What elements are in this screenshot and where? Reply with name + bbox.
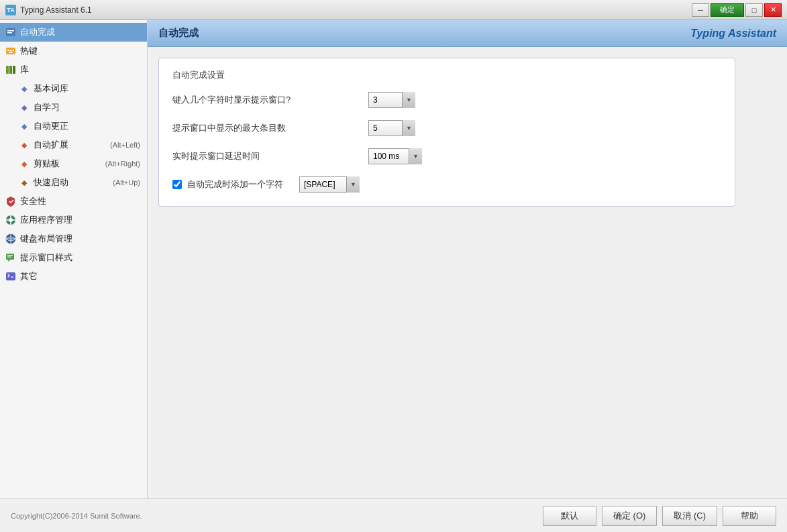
quick-icon: ◆ (19, 177, 30, 188)
basic-icon: ◆ (19, 83, 30, 94)
content-panel: 自动完成 Typing Assistant 自动完成设置 键入几个字符时显示提示… (148, 20, 787, 498)
sidebar-item-expand[interactable]: ◆ 自动扩展 (Alt+Left) (0, 136, 147, 154)
setting-row-maxitems: 提示窗口中显示的最大条目数 34567 ▼ (172, 120, 721, 136)
svg-rect-10 (13, 66, 15, 74)
delay-control: 0 ms50 ms100 ms200 ms ▼ (368, 148, 422, 164)
sidebar-item-hotkey[interactable]: 热键 (0, 42, 147, 60)
sidebar-item-popup[interactable]: 提示窗口样式 (0, 248, 147, 267)
svg-rect-22 (7, 255, 13, 256)
sidebar-item-learn[interactable]: ◆ 自学习 (0, 98, 147, 117)
quick-hotkey: (Alt+Up) (113, 178, 140, 187)
sidebar-item-other[interactable]: 其它 (0, 267, 147, 286)
chars-dropdown-wrapper[interactable]: 12345 ▼ (368, 92, 415, 108)
panel-title: 自动完成 (158, 27, 199, 40)
sidebar-label-correct: 自动更正 (34, 120, 68, 132)
setting-row-delay: 实时提示窗口延迟时间 0 ms50 ms100 ms200 ms ▼ (172, 148, 721, 164)
sidebar-item-clip[interactable]: ◆ 剪贴板 (Alt+Right) (0, 154, 147, 173)
svg-rect-24 (6, 272, 15, 280)
sidebar-item-app[interactable]: 应用程序管理 (0, 211, 147, 229)
setting-row-chars: 键入几个字符时显示提示窗口? 12345 ▼ (172, 92, 721, 108)
expand-hotkey: (Alt+Left) (110, 141, 140, 149)
lib-icon (5, 64, 16, 75)
panel-content: 自动完成设置 键入几个字符时显示提示窗口? 12345 ▼ (148, 47, 787, 498)
ok-button[interactable]: 确定 (O) (602, 506, 657, 526)
chars-select[interactable]: 12345 (368, 92, 415, 108)
copyright-text: Copyright(C)2006-2014 Sumit Software. (11, 512, 537, 520)
security-icon (5, 196, 16, 207)
maxitems-control: 34567 ▼ (368, 120, 415, 136)
titlebar: TA Typing Assistant 6.1 ─ 确定 □ ✕ (0, 0, 787, 20)
addchar-checkbox-row: 自动完成时添加一个字符 (172, 178, 283, 191)
svg-marker-21 (7, 260, 10, 262)
close-button[interactable]: ✕ (764, 3, 782, 17)
svg-rect-9 (9, 66, 12, 74)
addchar-control: [SPACE][NONE][TAB] ▼ (299, 176, 360, 193)
clip-icon: ◆ (19, 158, 30, 169)
addchar-select[interactable]: [SPACE][NONE][TAB] (299, 176, 360, 193)
settings-box: 自动完成设置 键入几个字符时显示提示窗口? 12345 ▼ (158, 58, 735, 207)
sidebar-item-lib[interactable]: 库 (0, 60, 147, 79)
popup-icon (5, 252, 16, 263)
settings-section-title: 自动完成设置 (172, 69, 721, 81)
sidebar-label-security: 安全性 (20, 195, 46, 207)
window-title: Typing Assistant 6.1 (20, 5, 692, 15)
panel-brand: Typing Assistant (690, 28, 776, 40)
sidebar-label-basic: 基本词库 (34, 83, 68, 95)
sidebar-item-correct[interactable]: ◆ 自动更正 (0, 117, 147, 136)
chars-label: 键入几个字符时显示提示窗口? (172, 94, 360, 106)
sidebar-item-keyboard[interactable]: 键盘布局管理 (0, 229, 147, 248)
sidebar-label-keyboard: 键盘布局管理 (20, 233, 72, 245)
sidebar-item-basic[interactable]: ◆ 基本词库 (0, 79, 147, 98)
other-icon (5, 271, 16, 282)
setting-row-addchar: 自动完成时添加一个字符 [SPACE][NONE][TAB] ▼ (172, 176, 721, 193)
svg-rect-8 (6, 66, 9, 74)
svg-rect-23 (7, 257, 11, 258)
maxitems-dropdown-wrapper[interactable]: 34567 ▼ (368, 120, 415, 136)
addchar-label[interactable]: 自动完成时添加一个字符 (187, 178, 283, 191)
minimize-button[interactable]: ─ (692, 3, 709, 17)
clip-hotkey: (Alt+Right) (105, 160, 140, 168)
delay-dropdown-wrapper[interactable]: 0 ms50 ms100 ms200 ms ▼ (368, 148, 422, 164)
sidebar-label-learn: 自学习 (34, 101, 60, 113)
addchar-dropdown-wrapper[interactable]: [SPACE][NONE][TAB] ▼ (299, 176, 360, 193)
svg-rect-5 (10, 50, 12, 51)
addchar-checkbox[interactable] (172, 180, 182, 189)
svg-rect-7 (9, 52, 13, 53)
maxitems-label: 提示窗口中显示的最大条目数 (172, 122, 360, 134)
correct-icon: ◆ (19, 121, 30, 131)
svg-rect-4 (7, 50, 9, 51)
sidebar-label-other: 其它 (20, 270, 38, 282)
app-icon: TA (5, 5, 16, 15)
expand-icon: ◆ (19, 140, 30, 150)
svg-rect-6 (13, 50, 14, 51)
svg-rect-2 (7, 32, 12, 34)
sidebar-label-hotkey: 热键 (20, 45, 38, 57)
content-area: 自动完成 热键 库 ◆ 基本词库 ◆ (0, 20, 787, 498)
learn-icon: ◆ (19, 102, 30, 113)
chars-control: 12345 ▼ (368, 92, 415, 108)
delay-select[interactable]: 0 ms50 ms100 ms200 ms (368, 148, 422, 164)
sidebar-item-autocomplete[interactable]: 自动完成 (0, 23, 147, 42)
sidebar-item-security[interactable]: 安全性 (0, 192, 147, 211)
sidebar-label-lib: 库 (20, 64, 29, 76)
main-container: 自动完成 热键 库 ◆ 基本词库 ◆ (0, 20, 787, 532)
hotkey-icon (5, 46, 16, 56)
delay-label: 实时提示窗口延迟时间 (172, 150, 360, 162)
svg-point-12 (9, 218, 13, 222)
restore-button[interactable]: □ (745, 3, 763, 17)
window-controls: ─ 确定 □ ✕ (692, 3, 782, 17)
help-button[interactable]: 帮助 (723, 506, 776, 526)
svg-rect-1 (7, 30, 14, 32)
default-button[interactable]: 默认 (543, 506, 596, 526)
sidebar-label-clip: 剪贴板 (34, 158, 60, 170)
app-icon-label: TA (7, 7, 14, 13)
panel-header: 自动完成 Typing Assistant (148, 20, 787, 47)
cancel-button[interactable]: 取消 (C) (662, 506, 717, 526)
sidebar-label-autocomplete: 自动完成 (20, 26, 55, 38)
maximize-button[interactable]: 确定 (711, 3, 744, 17)
sidebar-item-quick[interactable]: ◆ 快速启动 (Alt+Up) (0, 173, 147, 192)
sidebar-label-expand: 自动扩展 (34, 139, 68, 151)
sidebar-label-app: 应用程序管理 (20, 214, 72, 226)
autocomplete-icon (5, 27, 16, 38)
maxitems-select[interactable]: 34567 (368, 120, 415, 136)
